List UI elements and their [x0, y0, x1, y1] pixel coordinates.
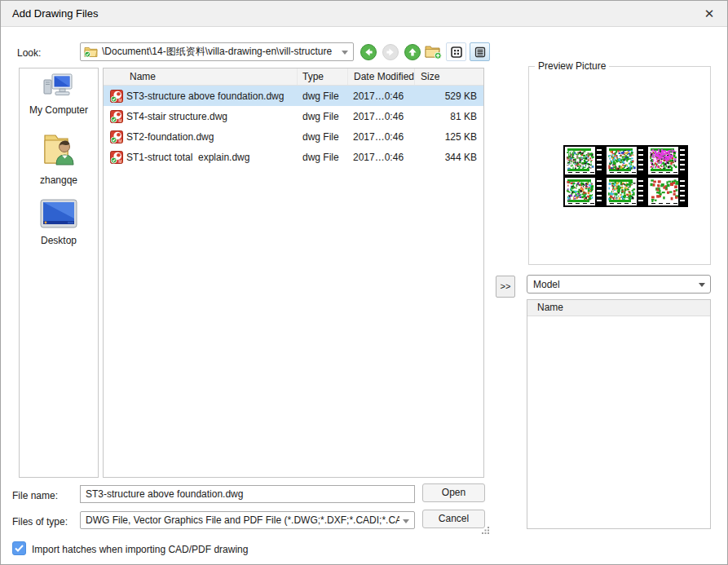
title-bar: Add Drawing Files ✕ — [1, 1, 727, 27]
add-to-list-button[interactable]: >> — [496, 276, 515, 298]
file-date-text: 2017…0:46 — [348, 111, 415, 122]
look-path-text: \Document\14-图纸资料\villa-drawing-en\vill-… — [102, 45, 332, 59]
svg-text:M: M — [118, 118, 121, 122]
model-space-combobox[interactable]: Model — [527, 275, 711, 294]
chevron-down-icon — [342, 51, 348, 55]
dwg-file-icon: M — [110, 90, 123, 103]
open-button[interactable]: Open — [422, 483, 485, 502]
file-size-text: 125 KB — [415, 131, 483, 143]
sidebar-item-label: My Computer — [20, 104, 98, 116]
files-of-type-value: DWG File, Vector Graphics File and PDF F… — [86, 514, 399, 526]
file-list-body: M ST3-structure above foundation.dwg dwg… — [104, 86, 483, 167]
current-folder-icon — [84, 46, 98, 58]
selected-drawings-list: Name — [527, 299, 711, 529]
column-header-type[interactable]: Type — [298, 68, 348, 85]
file-name-label: File name: — [12, 490, 58, 501]
svg-text:M: M — [118, 98, 121, 102]
files-of-type-combobox[interactable]: DWG File, Vector Graphics File and PDF F… — [80, 511, 415, 529]
file-date-text: 2017…0:46 — [348, 90, 415, 102]
icon-view-button[interactable] — [446, 42, 466, 61]
file-type-text: dwg File — [298, 90, 348, 102]
file-size-text: 529 KB — [415, 90, 483, 102]
import-hatches-label: Import hatches when importing CAD/PDF dr… — [32, 544, 248, 555]
column-header-size[interactable]: Size — [415, 68, 483, 85]
table-row[interactable]: M ST1-struct total explain.dwg dwg File … — [104, 147, 483, 167]
dwg-file-icon: M — [110, 151, 123, 164]
cancel-button[interactable]: Cancel — [422, 510, 485, 528]
preview-thumbnail — [563, 176, 605, 207]
files-of-type-label: Files of type: — [12, 516, 68, 527]
preview-picture-label: Preview Picture — [535, 60, 609, 72]
preview-picture-group: Preview Picture — [528, 66, 711, 265]
chevron-down-icon — [699, 283, 705, 287]
file-list-header: Name Type Date Modified Size — [104, 68, 483, 86]
my-computer-icon — [42, 72, 75, 99]
chevron-down-icon — [403, 519, 409, 523]
user-folder-icon — [40, 130, 77, 170]
file-size-text: 344 KB — [415, 152, 483, 163]
look-label: Look: — [17, 47, 41, 59]
table-row[interactable]: M ST2-foundation.dwg dwg File 2017…0:46 … — [104, 126, 483, 147]
file-name-text: ST4-stair structure.dwg — [126, 111, 227, 122]
file-type-text: dwg File — [298, 131, 348, 143]
sidebar-item-my-computer[interactable]: My Computer — [20, 72, 98, 116]
desktop-icon — [40, 199, 77, 230]
places-sidebar: My Computer zhangqe Desktop — [19, 68, 99, 478]
column-header-date-modified[interactable]: Date Modified — [348, 68, 415, 85]
preview-thumbnail — [605, 145, 646, 176]
file-name-text: ST1-struct total explain.dwg — [126, 152, 249, 163]
sidebar-item-label: Desktop — [20, 235, 98, 246]
file-type-text: dwg File — [298, 152, 348, 163]
sidebar-item-label: zhangqe — [20, 174, 98, 186]
selected-list-header-name[interactable]: Name — [527, 300, 710, 316]
preview-thumbnails — [563, 145, 688, 207]
new-folder-button[interactable] — [425, 44, 443, 62]
svg-text:M: M — [118, 139, 121, 143]
resize-grip[interactable] — [481, 526, 490, 537]
table-row[interactable]: M ST3-structure above foundation.dwg dwg… — [104, 86, 483, 106]
check-icon — [15, 545, 24, 552]
file-size-text: 81 KB — [415, 111, 483, 122]
preview-thumbnail — [605, 176, 646, 207]
file-date-text: 2017…0:46 — [348, 131, 415, 143]
preview-thumbnail — [563, 145, 605, 176]
svg-text:M: M — [118, 159, 121, 163]
add-drawing-files-dialog: Add Drawing Files ✕ Look: \Document\14-图… — [0, 0, 728, 565]
file-name-text: ST3-structure above foundation.dwg — [126, 90, 284, 102]
import-hatches-checkbox[interactable] — [12, 541, 26, 555]
close-icon[interactable]: ✕ — [701, 6, 717, 22]
file-date-text: 2017…0:46 — [348, 152, 415, 163]
dwg-file-icon: M — [110, 130, 123, 143]
column-header-name[interactable]: Name — [104, 68, 298, 85]
table-row[interactable]: M ST4-stair structure.dwg dwg File 2017…… — [104, 106, 483, 126]
model-combo-value: Model — [533, 279, 560, 290]
up-button[interactable] — [404, 43, 421, 61]
detail-view-icon — [474, 46, 486, 58]
sidebar-item-desktop[interactable]: Desktop — [20, 199, 98, 246]
dwg-file-icon: M — [110, 110, 123, 123]
file-type-text: dwg File — [298, 111, 348, 122]
forward-button[interactable] — [382, 43, 399, 61]
sidebar-item-zhangqe[interactable]: zhangqe — [20, 130, 98, 186]
back-button[interactable] — [360, 43, 377, 61]
dialog-title: Add Drawing Files — [12, 7, 99, 20]
preview-thumbnail — [646, 145, 688, 176]
file-name-input[interactable]: ST3-structure above foundation.dwg — [80, 485, 415, 503]
file-list: Name Type Date Modified Size M ST3-struc… — [103, 68, 484, 478]
detail-view-button[interactable] — [470, 42, 490, 61]
file-name-text: ST2-foundation.dwg — [126, 131, 214, 143]
preview-thumbnail — [646, 176, 688, 207]
icon-view-icon — [451, 46, 462, 58]
look-path-combobox[interactable]: \Document\14-图纸资料\villa-drawing-en\vill-… — [80, 42, 354, 61]
